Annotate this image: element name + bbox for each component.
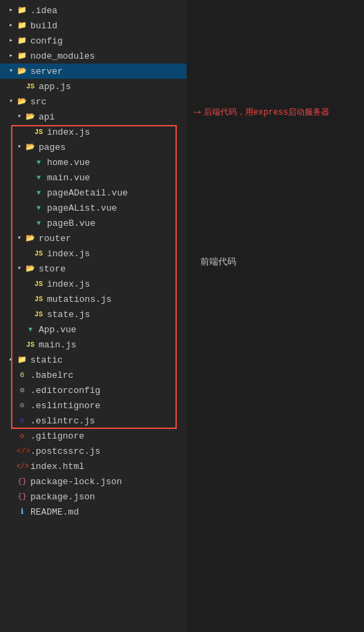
tree-item-api[interactable]: 📂api [0, 109, 186, 124]
tree-item-gitignore[interactable]: ◇.gitignore [0, 428, 186, 443]
arrow-icon [14, 263, 25, 274]
arrow-icon [6, 5, 17, 16]
item-label-router_index_js: index.js [47, 249, 90, 259]
file-icon: 📂 [25, 233, 39, 244]
tree-item-editorconfig[interactable]: ⚙.editorconfig [0, 383, 186, 398]
item-label-package_lock_json: package-lock.json [30, 477, 122, 487]
file-icon: 📁 [17, 50, 30, 61]
tree-item-app_js[interactable]: JSapp.js [0, 79, 186, 94]
file-icon: ▼ [33, 202, 47, 214]
tree-item-store_index_js[interactable]: JSindex.js [0, 276, 186, 291]
tree-item-pages[interactable]: 📂pages [0, 140, 186, 155]
item-label-pages: pages [39, 142, 66, 153]
main-container: 📁.idea📁build📁config📁node_modules📂serverJ… [0, 0, 364, 632]
item-label-pageADetail_vue: pageADetail.vue [47, 188, 128, 198]
file-icon: ◇ [17, 430, 30, 441]
file-icon: 6 [17, 370, 30, 381]
item-label-state_js: state.js [47, 309, 90, 320]
backend-annotation: → 后端代码，用express启动服务器 [193, 105, 329, 119]
item-label-app_js: app.js [39, 82, 71, 92]
tree-item-mutations_js[interactable]: JSmutations.js [0, 291, 186, 307]
item-label-store_index_js: index.js [47, 279, 90, 289]
arrow-icon [6, 96, 17, 107]
file-icon: ▼ [33, 157, 47, 169]
tree-item-server[interactable]: 📂server [0, 64, 186, 79]
item-label-router: router [39, 233, 71, 244]
file-icon: ⊙ [17, 415, 30, 426]
file-icon: 📁 [17, 5, 30, 16]
backend-label: 后端代码，用express启动服务器 [204, 106, 329, 118]
tree-item-package_json[interactable]: {}package.json [0, 489, 186, 504]
arrow-icon [6, 66, 17, 77]
item-label-package_json: package.json [30, 492, 95, 502]
item-label-config: config [30, 36, 63, 46]
item-label-index_html: index.html [30, 461, 84, 472]
tree-item-eslintrc_js[interactable]: ⊙.eslintrc.js [0, 413, 186, 428]
tree-item-main_vue[interactable]: ▼main.vue [0, 170, 186, 185]
item-label-api: api [39, 112, 55, 122]
file-icon: {} [17, 476, 30, 487]
tree-item-pageAList_vue[interactable]: ▼pageAList.vue [0, 200, 186, 216]
tree-item-api_index_js[interactable]: JSindex.js [0, 124, 186, 140]
tree-item-node_modules[interactable]: 📁node_modules [0, 48, 186, 64]
file-explorer: 📁.idea📁build📁config📁node_modules📂serverJ… [0, 0, 186, 632]
item-label-node_modules: node_modules [30, 51, 95, 61]
tree-item-build[interactable]: 📁build [0, 18, 186, 33]
file-icon: {} [17, 491, 30, 502]
item-label-gitignore: .gitignore [30, 431, 84, 441]
file-icon: JS [33, 248, 47, 260]
file-icon: ⊙ [17, 400, 30, 411]
item-label-build: build [30, 21, 57, 31]
file-icon: 📂 [17, 96, 30, 107]
tree-item-pageADetail_vue[interactable]: ▼pageADetail.vue [0, 185, 186, 200]
tree-item-router[interactable]: 📂router [0, 231, 186, 246]
item-label-postcssrc_js: .postcssrc.js [30, 446, 100, 457]
arrow-icon [6, 20, 17, 31]
file-icon: JS [33, 294, 47, 305]
item-label-static: static [30, 355, 63, 365]
file-icon: 📂 [25, 142, 39, 153]
file-icon: JS [33, 309, 47, 320]
tree-item-eslintignore[interactable]: ⊙.eslintignore [0, 398, 186, 413]
tree-item-config[interactable]: 📁config [0, 33, 186, 48]
file-icon: </> [17, 446, 30, 457]
tree-item-App_vue[interactable]: ▼App.vue [0, 322, 186, 337]
item-label-main_js: main.js [39, 340, 77, 350]
tree-item-src[interactable]: 📂src [0, 94, 186, 109]
arrow-icon [14, 111, 25, 122]
item-label-home_vue: home.vue [47, 157, 90, 168]
arrow-icon [14, 233, 25, 244]
file-icon: 📂 [25, 263, 39, 274]
arrow-icon [6, 354, 17, 365]
tree-item-main_js[interactable]: JSmain.js [0, 337, 186, 352]
tree-item-pageB_vue[interactable]: ▼pageB.vue [0, 216, 186, 231]
tree-item-static[interactable]: 📁static [0, 352, 186, 367]
file-icon: ⚙ [17, 385, 30, 396]
tree-item-state_js[interactable]: JSstate.js [0, 307, 186, 322]
tree-item-readme_md[interactable]: ℹREADME.md [0, 504, 186, 519]
file-icon: JS [33, 126, 47, 138]
arrow-icon: → [193, 105, 201, 119]
file-icon: ▼ [33, 218, 47, 229]
item-label-App_vue: App.vue [39, 325, 77, 335]
item-label-eslintrc_js: .eslintrc.js [30, 416, 95, 426]
item-label-babelrc: .babelrc [30, 370, 73, 381]
arrow-icon [14, 142, 25, 153]
tree-item-router_index_js[interactable]: JSindex.js [0, 246, 186, 261]
file-icon: JS [25, 339, 39, 351]
arrow-icon [6, 35, 17, 46]
tree-item-package_lock_json[interactable]: {}package-lock.json [0, 474, 186, 489]
tree-item-idea[interactable]: 📁.idea [0, 3, 186, 18]
item-label-eslintignore: .eslintignore [30, 401, 100, 411]
tree-item-index_html[interactable]: </>index.html [0, 459, 186, 474]
item-label-readme_md: README.md [30, 507, 79, 517]
file-icon: 📁 [17, 35, 30, 46]
tree-item-postcssrc_js[interactable]: </>.postcssrc.js [0, 443, 186, 459]
item-label-editorconfig: .editorconfig [30, 385, 100, 396]
tree-item-store[interactable]: 📂store [0, 261, 186, 276]
tree-item-home_vue[interactable]: ▼home.vue [0, 155, 186, 170]
frontend-annotation: 前端代码 [200, 256, 236, 268]
item-label-mutations_js: mutations.js [47, 294, 112, 305]
item-label-idea: .idea [30, 6, 57, 16]
tree-item-babelrc[interactable]: 6.babelrc [0, 367, 186, 383]
